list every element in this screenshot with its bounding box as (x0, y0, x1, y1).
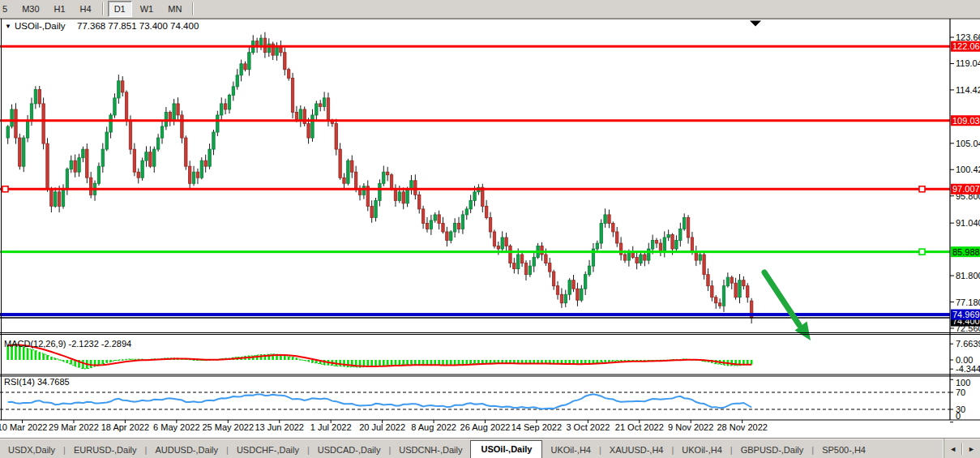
trading-terminal-window: 5M30H1H4D1W1MN 123.660119.040114.420105.… (0, 0, 980, 458)
level-line-85.988[interactable] (0, 250, 950, 253)
date-label: 13 Jun 2022 (255, 422, 304, 432)
level-badge-122.066-text: 122.066 (952, 41, 980, 51)
price-tick-label: 81.800 (956, 271, 980, 280)
symbol-tab-usdchf-daily[interactable]: USDCHF-,Daily (229, 442, 307, 458)
timeframe-button-m30[interactable]: M30 (15, 1, 45, 17)
level-line-97.007[interactable] (0, 188, 950, 190)
rsi-axis-label: 0 (956, 411, 961, 421)
rsi-axis-label: 70 (956, 387, 965, 397)
level-badge-97.007-text: 97.007 (952, 184, 980, 194)
symbol-tabbar: USDX,Daily|EURUSD-,Daily|AUDUSD-,Daily|U… (0, 438, 980, 458)
chart-title-ohlc: 77.368 77.851 73.400 74.400 (77, 21, 199, 31)
symbol-tab-usdcad-daily[interactable]: USDCAD-,Daily (310, 442, 389, 458)
date-label: 6 May 2022 (153, 422, 199, 432)
price-tick-label: 91.040 (956, 218, 980, 228)
date-label: 25 May 2022 (202, 422, 254, 432)
chart-area[interactable]: 123.660119.040114.420105.040100.42095.80… (0, 19, 980, 435)
date-label: 8 Aug 2022 (411, 422, 456, 432)
level-line-122.066[interactable] (0, 45, 950, 48)
date-label: 26 Aug 2022 (460, 422, 511, 432)
toolbar-separator (192, 2, 194, 15)
symbol-tab-xauusd-h4[interactable]: XAUUSD-,H4 (601, 442, 672, 458)
macd-axis-label: 7.6639 (956, 339, 980, 349)
symbol-tab-eurusd-daily[interactable]: EURUSD-,Daily (66, 442, 145, 458)
date-label: 9 Nov 2022 (668, 422, 713, 432)
date-label: 18 Apr 2022 (101, 422, 149, 432)
price-tick-label: 100.420 (956, 165, 980, 174)
level-line-74.969[interactable] (0, 313, 950, 316)
date-label: 14 Sep 2022 (511, 422, 562, 432)
date-label: 10 Mar 2022 (0, 422, 47, 432)
level-badge-74.969-text: 74.969 (952, 310, 980, 319)
symbol-tab-audusd-daily[interactable]: AUDUSD-,Daily (147, 442, 226, 458)
timeframe-button-d1[interactable]: D1 (108, 1, 132, 17)
date-label: 21 Oct 2022 (615, 422, 664, 432)
symbol-tab-usdx-daily[interactable]: USDX,Daily (0, 442, 63, 458)
symbol-tab-ukoil-h4[interactable]: UKOil-,H4 (542, 442, 599, 458)
symbol-tab-usdcnh-daily[interactable]: USDCNH-,Daily (391, 442, 470, 458)
toolbar-separator (102, 2, 104, 15)
date-label: 1 Jul 2022 (310, 422, 352, 432)
symbol-tab-usoil-daily[interactable]: USOil-,Daily (470, 440, 542, 458)
price-chart-canvas[interactable]: 123.660119.040114.420105.040100.42095.80… (0, 19, 980, 435)
rsi-indicator-label: RSI(14) 34.7685 (4, 377, 70, 387)
level-badge-85.988-text: 85.988 (952, 247, 980, 257)
symbol-tab-ukoil-h4[interactable]: UKOil-,H4 (674, 442, 730, 458)
macd-axis-label: 0.00 (956, 355, 973, 365)
timeframe-toolbar: 5M30H1H4D1W1MN (0, 0, 980, 19)
level-handle-97.007[interactable] (2, 186, 8, 192)
timeframe-button-w1[interactable]: W1 (134, 1, 160, 17)
price-tick-label: 77.180 (956, 297, 980, 307)
price-tick-label: 105.040 (956, 139, 980, 148)
level-handle-97.007[interactable] (919, 186, 925, 192)
date-label: 20 Jul 2022 (359, 422, 405, 432)
tab-scroll-controls: ◄► (944, 439, 980, 458)
timeframe-button-h4[interactable]: H4 (74, 1, 98, 17)
date-label: 3 Oct 2022 (566, 422, 610, 432)
timeframe-button-5[interactable]: 5 (0, 1, 14, 17)
level-line-109.036[interactable] (0, 119, 950, 122)
level-handle-85.988[interactable] (919, 249, 925, 255)
chart-symbol-dropdown-icon[interactable]: ▼ (5, 23, 11, 30)
timeframe-button-h1[interactable]: H1 (48, 1, 72, 17)
date-label: 29 Mar 2022 (49, 422, 99, 432)
price-tick-label: 123.660 (956, 32, 980, 42)
chart-title-symbol: USOil-,Daily (15, 21, 66, 31)
tab-scroll-right-icon[interactable]: ► (963, 445, 980, 453)
symbol-tab-gbpusd-daily[interactable]: GBPUSD-,Daily (733, 442, 812, 458)
price-tick-label: 114.420 (956, 85, 980, 95)
date-label: 28 Nov 2022 (717, 422, 767, 432)
price-tick-label: 119.040 (956, 58, 980, 68)
symbol-tab-sp500-h4[interactable]: SP500-,H4 (814, 442, 874, 458)
level-badge-109.036-text: 109.036 (952, 116, 980, 126)
rsi-axis-label: 100 (956, 378, 970, 387)
macd-axis-label: -4.3444 (956, 364, 980, 374)
timeframe-button-mn[interactable]: MN (161, 1, 188, 17)
macd-indicator-label: MACD(12,26,9) -2.1232 -2.2894 (4, 339, 131, 349)
tab-scroll-left-icon[interactable]: ◄ (944, 445, 961, 453)
